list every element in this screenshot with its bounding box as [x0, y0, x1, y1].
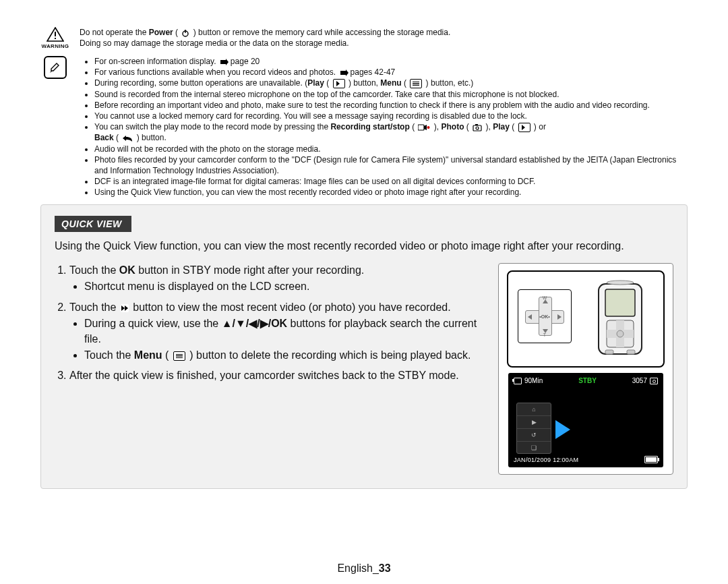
menu-icon — [410, 79, 422, 88]
warning-triangle-icon — [47, 27, 64, 42]
note-item: Sound is recorded from the internal ster… — [94, 89, 688, 100]
photo-icon — [473, 123, 482, 132]
quick-view-steps: Touch the OK button in STBY mode right a… — [55, 263, 486, 475]
battery-icon — [644, 456, 658, 463]
dpad-callout: •OK• W T — [518, 289, 572, 343]
quick-view-illustrations: •OK• W T — [498, 263, 673, 475]
camcorder-body-icon — [586, 280, 654, 358]
quick-view-intro: Using the Quick View function, you can v… — [55, 239, 673, 254]
svg-point-8 — [476, 127, 479, 129]
svg-point-14 — [617, 330, 624, 337]
svg-rect-16 — [627, 350, 635, 354]
lcd-date: JAN/01/2009 12:00AM — [514, 457, 578, 463]
menu-icon — [173, 351, 185, 361]
text-bold: Power — [149, 28, 173, 37]
svg-rect-0 — [55, 32, 56, 36]
lcd-cursor-arrow-icon — [555, 420, 570, 439]
note-item: DCF is an integrated image-file format f… — [94, 176, 688, 187]
step-3: After the quick view is finished, your c… — [69, 368, 486, 383]
lcd-menu-item: ↺ — [517, 429, 551, 442]
forward-icon — [121, 304, 129, 312]
lcd-screenshot: 90Min STBY 3057 ⌂ ▶ ↺ ❏ JAN/01/2009 12:0… — [508, 373, 663, 467]
note-pencil-icon — [44, 56, 67, 79]
note-item: You cannot use a locked memory card for … — [94, 111, 688, 121]
arrow-right-icon — [220, 58, 229, 66]
dpad-w-label: W — [543, 295, 547, 300]
camcorder-illustration: •OK• W T — [507, 270, 665, 368]
svg-rect-15 — [605, 350, 613, 354]
lcd-menu-item: ▶ — [517, 416, 551, 429]
note-item: For various functions available when you… — [94, 67, 688, 78]
note-item: Before recording an important video and … — [94, 100, 688, 111]
quick-view-heading: QUICK VIEW — [55, 216, 131, 232]
note-list: For on-screen information display. page … — [80, 56, 688, 198]
lcd-shortcut-menu: ⌂ ▶ ↺ ❏ — [516, 403, 551, 454]
lcd-top-left: 90Min — [514, 377, 543, 384]
svg-rect-6 — [473, 125, 481, 131]
note-block: For on-screen information display. page … — [40, 56, 688, 198]
lcd-photo-count: 3057 — [632, 377, 647, 384]
text: Doing so may damage the storage media or… — [80, 38, 349, 48]
svg-rect-1 — [55, 38, 56, 39]
text: Do not operate the — [80, 28, 149, 37]
note-item: You can switch the play mode to the reco… — [94, 121, 688, 143]
dpad-t-label: T — [543, 332, 546, 337]
page-footer: English_33 — [0, 562, 728, 575]
warning-icon-col: WARNING — [40, 27, 70, 49]
dpad-ok-label: •OK• — [539, 314, 549, 319]
warning-text: Do not operate the Power ( ) button or r… — [80, 27, 450, 49]
svg-rect-7 — [475, 124, 478, 125]
video-mode-icon — [514, 378, 522, 384]
svg-point-17 — [607, 281, 634, 285]
arrow-right-icon — [340, 69, 349, 77]
svg-rect-4 — [418, 125, 424, 130]
warning-block: WARNING Do not operate the Power ( ) but… — [40, 27, 688, 49]
step-1-sub: Shortcut menu is displayed on the LCD sc… — [84, 279, 486, 294]
manual-page: WARNING Do not operate the Power ( ) but… — [0, 0, 728, 584]
step-2: Touch the button to view the most recent… — [69, 300, 486, 363]
svg-rect-10 — [605, 289, 635, 316]
play-icon — [333, 79, 345, 88]
step-2-sub-a: During a quick view, use the ▲/▼/◀/▶/OK … — [84, 316, 486, 347]
back-icon — [122, 134, 133, 142]
lcd-menu-item: ⌂ — [517, 403, 551, 416]
note-item: For on-screen information display. page … — [94, 56, 688, 67]
note-icon-col — [40, 56, 70, 79]
lcd-time-left: 90Min — [524, 377, 543, 384]
svg-point-5 — [427, 126, 430, 129]
play-icon — [518, 123, 530, 132]
note-item: Audio will not be recorded with the phot… — [94, 144, 688, 154]
step-1: Touch the OK button in STBY mode right a… — [69, 263, 486, 295]
text: button or remove the memory card while a… — [198, 28, 450, 37]
step-2-sub-b: Touch the Menu ( ) button to delete the … — [84, 348, 486, 363]
note-item: Photo files recorded by your camcorder c… — [94, 154, 688, 176]
lcd-top-right: 3057 — [632, 377, 658, 384]
footer-lang: English_ — [337, 562, 378, 574]
lcd-status: STBY — [578, 377, 597, 384]
quick-view-panel: QUICK VIEW Using the Quick View function… — [40, 204, 688, 489]
power-icon — [181, 29, 189, 37]
lcd-menu-item: ❏ — [517, 442, 551, 454]
svg-rect-3 — [185, 30, 186, 33]
note-item: Using the Quick View function, you can v… — [94, 187, 688, 198]
warning-label: WARNING — [40, 43, 70, 49]
photo-mode-icon — [650, 378, 658, 384]
note-item: During recording, some button operations… — [94, 78, 688, 88]
record-icon — [418, 123, 430, 132]
footer-page-number: 33 — [379, 562, 391, 574]
